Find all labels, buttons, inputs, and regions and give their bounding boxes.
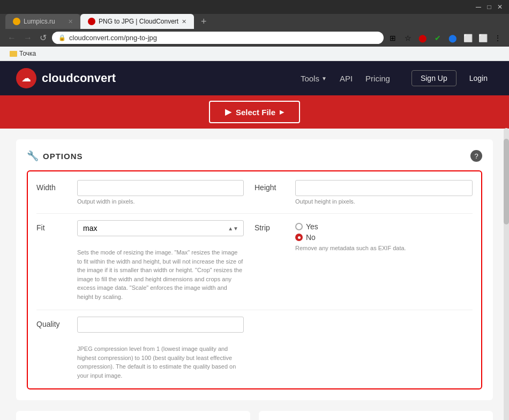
fit-field-area: Fit max crop scale fill ▲▼ (36, 220, 254, 301)
quality-label: Quality (36, 317, 69, 333)
bookmark-icon[interactable]: ☆ (402, 32, 414, 44)
fit-strip-row: Fit max crop scale fill ▲▼ (36, 220, 473, 301)
select-file-bar: ▶ Select File ▸ (0, 95, 509, 129)
window-controls[interactable]: ─ □ ✕ (475, 3, 504, 11)
select-file-button[interactable]: ▶ Select File ▸ (209, 101, 300, 123)
lock-icon: 🔒 (58, 34, 66, 41)
tools-dropdown-icon: ▼ (321, 76, 327, 81)
jpg-card: 📄 JPG JPG Converter JPG, also known as J… (259, 411, 493, 420)
strip-no-radio[interactable] (295, 234, 303, 241)
minimize-button[interactable]: ─ (475, 3, 482, 11)
height-label: Height (254, 180, 287, 205)
page-content: ☁ cloudconvert Tools ▼ API Pricing Sign … (0, 61, 509, 420)
bookmark-folder-item[interactable]: Точка (5, 49, 40, 58)
pricing-label: Pricing (365, 74, 390, 83)
tab-cloudconvert-label: PNG to JPG | CloudConvert (99, 18, 178, 25)
extension-icon-1[interactable]: ⬤ (417, 32, 429, 44)
logo-text: cloudconvert (42, 71, 116, 85)
strip-yes-radio[interactable] (295, 223, 303, 230)
tab-lumpics[interactable]: Lumpics.ru ✕ (5, 14, 80, 29)
favicon-lumpics (13, 18, 20, 25)
new-tab-button[interactable]: + (196, 14, 211, 29)
pricing-nav-link[interactable]: Pricing (365, 74, 390, 83)
extension-icon-4[interactable]: ⬜ (462, 32, 474, 44)
logo-bold: convert (73, 71, 116, 85)
folder-icon (10, 51, 17, 57)
logo-cloud-symbol: ☁ (21, 72, 31, 84)
maximize-button[interactable]: □ (485, 3, 493, 11)
quality-field (77, 317, 244, 333)
divider-1 (36, 213, 473, 214)
logo-light: cloud (42, 71, 73, 85)
wrench-icon: 🔧 (27, 150, 39, 162)
extension-icon-2[interactable]: ✔ (432, 32, 444, 44)
tab-cloudconvert[interactable]: PNG to JPG | CloudConvert ✕ (80, 14, 194, 29)
options-header: 🔧 OPTIONS ? (27, 150, 482, 162)
tabs-bar: Lumpics.ru ✕ PNG to JPG | CloudConvert ✕… (0, 14, 509, 29)
address-text: cloudconvert.com/png-to-jpg (69, 34, 377, 42)
strip-no-option[interactable]: No (295, 233, 473, 242)
fit-label: Fit (36, 220, 69, 236)
quality-field-area: Quality JPEG compression level from 1 (l… (36, 317, 254, 380)
options-title-area: 🔧 OPTIONS (27, 150, 83, 162)
png-card: 📄 PNG PNG Converter PNG or Portable Netw… (16, 411, 250, 420)
signup-button[interactable]: Sign Up (411, 70, 456, 86)
menu-icon[interactable]: ⋮ (492, 32, 504, 44)
favicon-cloudconvert (88, 18, 95, 25)
width-label: Width (36, 180, 69, 205)
options-title: OPTIONS (43, 152, 83, 161)
back-button[interactable]: ← (5, 32, 18, 44)
address-input[interactable]: 🔒 cloudconvert.com/png-to-jpg (52, 32, 384, 44)
strip-radio-group: Yes No (295, 220, 473, 242)
bookmark-label: Точка (19, 50, 36, 57)
nav-links: Tools ▼ API Pricing (301, 74, 390, 83)
strip-field: Yes No Remove any metadata such as EXIF … (295, 220, 473, 251)
tools-nav-link[interactable]: Tools ▼ (301, 74, 327, 83)
reload-button[interactable]: ↺ (38, 32, 49, 44)
tab-cloudconvert-close[interactable]: ✕ (182, 18, 186, 25)
tab-lumpics-label: Lumpics.ru (24, 18, 55, 25)
options-panel: 🔧 OPTIONS ? Width Output width in pixels… (16, 139, 493, 400)
address-bar: ← → ↺ 🔒 cloudconvert.com/png-to-jpg ⊞ ☆ … (0, 29, 509, 47)
strip-no-label: No (306, 233, 316, 242)
strip-field-area: Strip Yes (254, 220, 473, 251)
strip-yes-option[interactable]: Yes (295, 222, 473, 231)
options-box: Width Output width in pixels. Height Out… (27, 170, 482, 389)
select-file-label: Select File (236, 108, 275, 117)
nav-actions: Sign Up Login (411, 70, 493, 86)
quality-description: JPEG compression level from 1 (lowest im… (77, 344, 244, 380)
extension-icon-5[interactable]: ⬜ (477, 32, 489, 44)
close-button[interactable]: ✕ (496, 3, 504, 11)
extension-icon-3[interactable]: ⬤ (447, 32, 459, 44)
login-button[interactable]: Login (464, 71, 493, 86)
strip-yes-label: Yes (306, 222, 318, 231)
forward-button[interactable]: → (21, 32, 34, 44)
fit-description: Sets the mode of resizing the image. "Ma… (77, 248, 244, 301)
strip-label: Strip (254, 220, 287, 251)
height-input[interactable] (295, 180, 473, 196)
title-bar: ─ □ ✕ (0, 0, 509, 14)
api-nav-link[interactable]: API (340, 74, 353, 83)
logo-icon: ☁ (16, 68, 36, 88)
height-hint: Output height in pixels. (295, 198, 473, 205)
api-label: API (340, 74, 353, 83)
quality-input[interactable] (77, 317, 244, 333)
select-file-arrow: ▸ (280, 107, 284, 117)
main-content: 🔧 OPTIONS ? Width Output width in pixels… (0, 129, 509, 420)
scrollbar-thumb[interactable] (504, 139, 509, 224)
translate-icon[interactable]: ⊞ (387, 32, 399, 44)
width-field-area: Width Output width in pixels. (36, 180, 254, 205)
browser-actions: ⊞ ☆ ⬤ ✔ ⬤ ⬜ ⬜ ⋮ (387, 32, 504, 44)
radio-dot (298, 236, 301, 239)
quality-row: Quality JPEG compression level from 1 (l… (36, 317, 473, 380)
tab-lumpics-close[interactable]: ✕ (68, 18, 73, 25)
width-field: Output width in pixels. (77, 180, 244, 205)
scrollbar[interactable] (504, 128, 509, 420)
bookmarks-bar: Точка (0, 47, 509, 61)
fit-select[interactable]: max crop scale fill (77, 220, 244, 236)
tools-label: Tools (301, 74, 319, 83)
width-input[interactable] (77, 180, 244, 196)
fit-select-wrap: max crop scale fill ▲▼ (77, 220, 244, 236)
help-button[interactable]: ? (470, 150, 482, 162)
width-hint: Output width in pixels. (77, 198, 244, 205)
